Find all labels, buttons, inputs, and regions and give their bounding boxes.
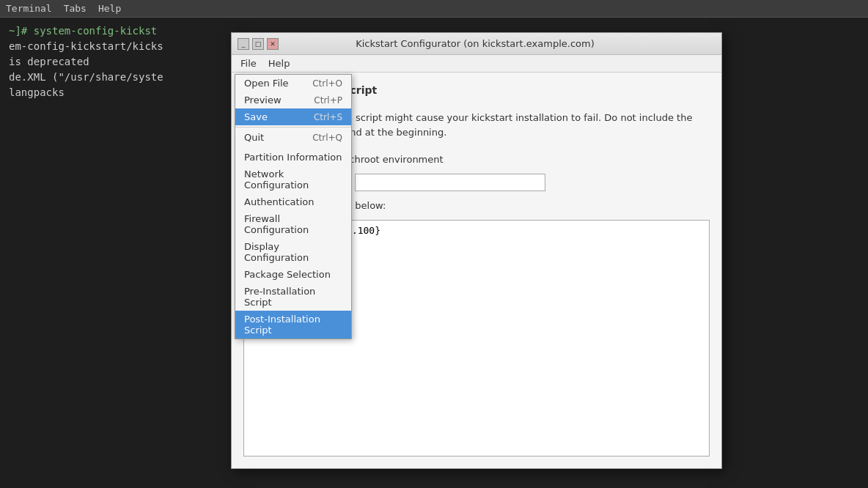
file-menu-item[interactable]: File Open File Ctrl+O Preview Ctrl+P Sav… <box>235 56 262 70</box>
minimize-button[interactable]: _ <box>238 38 249 50</box>
interpreter-input[interactable] <box>355 174 545 191</box>
file-dropdown-menu: Open File Ctrl+O Preview Ctrl+P Save Ctr… <box>235 74 352 339</box>
menu-divider <box>235 127 351 127</box>
terminal-menubar: Terminal Tabs Help <box>0 0 868 18</box>
dialog-title: Kickstart Configurator (on kickstart.exa… <box>279 38 672 49</box>
preview-item[interactable]: Preview Ctrl+P <box>235 92 351 108</box>
titlebar-buttons: _ □ ✕ <box>238 38 279 50</box>
dialog-menubar: File Open File Ctrl+O Preview Ctrl+P Sav… <box>232 55 721 73</box>
partition-information-item[interactable]: Partition Information <box>235 149 351 166</box>
close-button[interactable]: ✕ <box>267 38 279 50</box>
package-selection-item[interactable]: Package Selection <box>235 266 351 283</box>
display-configuration-item[interactable]: Display Configuration <box>235 238 351 266</box>
tabs-menu-item[interactable]: Tabs <box>64 3 87 14</box>
help-menu-item[interactable]: Help <box>262 56 296 70</box>
dialog-titlebar: _ □ ✕ Kickstart Configurator (on kicksta… <box>232 33 721 55</box>
pre-installation-script-item[interactable]: Pre-Installation Script <box>235 283 351 311</box>
maximize-button[interactable]: □ <box>252 38 264 50</box>
post-installation-script-item[interactable]: Post-Installation Script <box>235 311 351 339</box>
help-menu-item[interactable]: Help <box>98 3 121 14</box>
open-file-item[interactable]: Open File Ctrl+O <box>235 75 351 92</box>
quit-item[interactable]: Quit Ctrl+Q <box>235 129 351 146</box>
firewall-configuration-item[interactable]: Firewall Configuration <box>235 210 351 238</box>
save-item[interactable]: Save Ctrl+S <box>235 108 351 125</box>
authentication-item[interactable]: Authentication <box>235 193 351 210</box>
kickstart-dialog: _ □ ✕ Kickstart Configurator (on kicksta… <box>231 32 722 469</box>
terminal-menu-item[interactable]: Terminal <box>6 3 52 14</box>
network-configuration-item[interactable]: Network Configuration <box>235 166 351 193</box>
